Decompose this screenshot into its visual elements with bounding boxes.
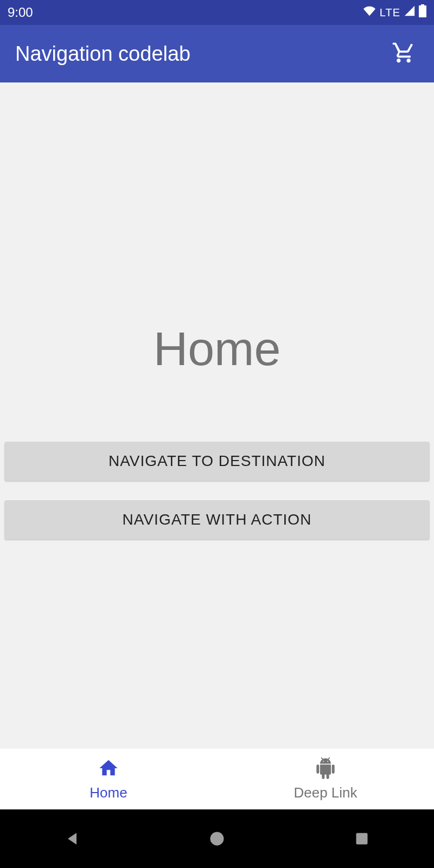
- system-nav-bar: [0, 809, 434, 868]
- content-area: Home NAVIGATE TO DESTINATION NAVIGATE WI…: [0, 82, 434, 749]
- page-title: Home: [154, 321, 281, 376]
- bottom-nav: Home Deep Link: [0, 749, 434, 809]
- home-icon: [98, 757, 119, 781]
- status-indicators: LTE: [362, 4, 426, 21]
- recents-button[interactable]: [329, 822, 394, 855]
- status-time: 9:00: [8, 5, 33, 20]
- nav-item-home[interactable]: Home: [0, 749, 217, 809]
- android-icon: [315, 757, 336, 781]
- back-button[interactable]: [40, 822, 105, 855]
- navigate-destination-button[interactable]: NAVIGATE TO DESTINATION: [4, 442, 430, 481]
- nav-label-home: Home: [90, 784, 127, 801]
- cart-icon: [392, 41, 416, 67]
- app-title: Navigation codelab: [15, 42, 190, 66]
- cart-button[interactable]: [388, 39, 419, 69]
- home-button[interactable]: [184, 822, 250, 855]
- nav-item-deep-link[interactable]: Deep Link: [217, 749, 434, 809]
- nav-label-deep-link: Deep Link: [293, 784, 357, 801]
- app-bar: Navigation codelab: [0, 25, 434, 82]
- signal-icon: [404, 5, 416, 20]
- status-bar: 9:00 LTE: [0, 0, 434, 25]
- navigate-action-button[interactable]: NAVIGATE WITH ACTION: [4, 500, 430, 539]
- svg-point-0: [210, 832, 224, 846]
- network-label: LTE: [380, 7, 400, 19]
- battery-icon: [419, 4, 426, 21]
- svg-rect-1: [356, 833, 367, 845]
- wifi-icon: [362, 5, 376, 20]
